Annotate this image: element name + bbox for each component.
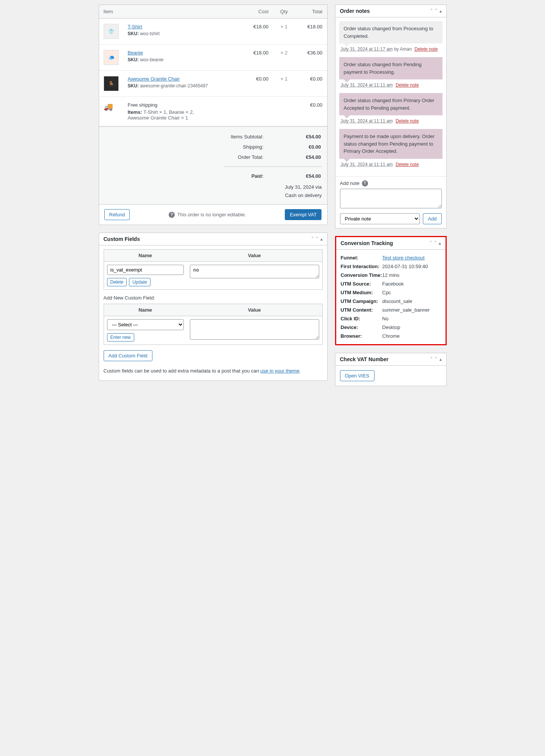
product-link[interactable]: Awesome Granite Chair <box>128 76 180 82</box>
item-qty: × 2 <box>273 45 295 71</box>
col-total: Total <box>295 5 327 19</box>
add-note-button[interactable]: Add <box>423 213 441 224</box>
conversion-key: UTM Campaign: <box>341 298 382 304</box>
note-type-select[interactable]: Private note <box>340 213 420 224</box>
delete-note-link[interactable]: Delete note <box>415 47 438 52</box>
product-sku: SKU: awesome-granite-chair-23465497 <box>128 83 237 88</box>
cf-add-table: Name Value — Select — Enter new <box>104 304 323 345</box>
add-note-label: Add note ? <box>340 180 442 186</box>
shipping-row: 🚚 Free shipping Items: T-Shirt × 1, Bean… <box>99 97 327 126</box>
cf-new-value-input[interactable] <box>190 319 319 340</box>
conversion-row: Device:Desktop <box>341 323 441 332</box>
conversion-value: summer_sale_banner <box>382 307 441 313</box>
note-timestamp: July 31, 2024 at 11:11 am <box>341 162 393 167</box>
cf-update-button[interactable]: Update <box>129 278 151 286</box>
conversion-key: First Interaction: <box>341 264 382 269</box>
move-up-icon[interactable]: ˄ <box>430 9 433 13</box>
cf-delete-button[interactable]: Delete <box>107 278 127 286</box>
cf-value-header: Value <box>187 250 322 262</box>
cf-add-name-header: Name <box>104 304 187 316</box>
cf-enter-new-button[interactable]: Enter new <box>107 333 134 342</box>
order-totals: Items Subtotal:€54.00 Shipping:€0.00 Ord… <box>99 126 327 204</box>
line-item-row: 🧢 Beanie SKU: woo-beanie €18.00 × 2 €36.… <box>99 45 327 71</box>
order-notes-title: Order notes <box>340 8 370 14</box>
product-sku: SKU: woo-beanie <box>128 57 237 62</box>
delete-note-link[interactable]: Delete note <box>396 118 419 124</box>
conversion-key: Browser: <box>341 333 382 339</box>
paid-method: Cash on delivery <box>104 191 322 200</box>
shipping-total: €0.00 <box>295 97 327 126</box>
note-author: by Aman <box>394 47 412 52</box>
conversion-row: Funnel:Test store checkout <box>341 253 441 262</box>
exempt-vat-button[interactable]: Exempt VAT <box>285 209 321 220</box>
conversion-value: Facebook <box>382 281 441 287</box>
order-total-label: Order Total: <box>105 152 286 162</box>
move-up-icon[interactable]: ˄ <box>430 241 432 245</box>
paid-date: July 31, 2024 via <box>104 183 322 191</box>
note-text: Order status changed from Primary Order … <box>339 93 443 115</box>
toggle-panel-icon[interactable]: ▴ <box>439 9 442 13</box>
no-edit-text: This order is no longer editable. <box>177 212 246 217</box>
move-up-icon[interactable]: ˄ <box>311 237 314 241</box>
shipping-name: Free shipping <box>128 102 237 108</box>
conversion-row: First Interaction:2024-07-31 10:59:40 <box>341 262 441 271</box>
move-down-icon[interactable]: ˅ <box>434 241 436 245</box>
toggle-panel-icon[interactable]: ▴ <box>439 357 442 362</box>
subtotal-label: Items Subtotal: <box>105 132 286 141</box>
move-down-icon[interactable]: ˅ <box>316 237 318 241</box>
product-link[interactable]: T-Shirt <box>128 24 142 29</box>
conversion-title: Conversion Tracking <box>341 240 393 246</box>
funnel-link[interactable]: Test store checkout <box>382 255 425 261</box>
product-thumb: 👕 <box>104 24 119 39</box>
col-cost: Cost <box>241 5 273 19</box>
toggle-panel-icon[interactable]: ▴ <box>320 237 323 241</box>
note-timestamp: July 31, 2024 at 11:11 am <box>341 82 393 88</box>
item-qty: × 1 <box>273 19 295 45</box>
delete-note-link[interactable]: Delete note <box>396 82 419 88</box>
paid-label: Paid: <box>105 171 286 181</box>
move-down-icon[interactable]: ˅ <box>435 9 437 13</box>
refund-button[interactable]: Refund <box>104 209 130 220</box>
conversion-value: 2024-07-31 10:59:40 <box>382 264 441 269</box>
delete-note-link[interactable]: Delete note <box>396 162 419 167</box>
item-total: €36.00 <box>295 45 327 71</box>
conversion-row: UTM Campaign:discount_sale <box>341 297 441 306</box>
conversion-key: UTM Content: <box>341 307 382 313</box>
conversion-value: Test store checkout <box>382 255 441 261</box>
order-note: Payment to be made upon delivery. Order … <box>339 129 443 167</box>
custom-fields-table: Name Value Delete Update <box>104 249 323 290</box>
check-vat-panel: Check VAT Number ˄ ˅ ▴ Open VIES <box>335 353 447 386</box>
conversion-value: Cpc <box>382 290 441 295</box>
cf-name-select[interactable]: — Select — <box>107 319 184 330</box>
product-thumb: 🪑 <box>104 76 119 91</box>
custom-fields-panel: Custom Fields ˄ ˅ ▴ Name Value <box>99 233 328 381</box>
col-qty: Qty <box>273 5 295 19</box>
line-item-row: 🪑 Awesome Granite Chair SKU: awesome-gra… <box>99 71 327 97</box>
item-cost: €18.00 <box>241 19 273 45</box>
order-note: Order status changed from Pending paymen… <box>339 57 443 88</box>
item-cost: €18.00 <box>241 45 273 71</box>
add-custom-field-button[interactable]: Add Custom Field <box>104 350 152 361</box>
note-textarea[interactable] <box>340 189 442 208</box>
cf-hint-link[interactable]: use in your theme <box>260 368 299 374</box>
product-thumb: 🧢 <box>104 50 119 65</box>
note-timestamp: July 31, 2024 at 11:11 am <box>341 118 393 124</box>
cf-name-header: Name <box>104 250 187 262</box>
cf-hint: Custom fields can be used to add extra m… <box>104 367 323 375</box>
order-notes-panel: Order notes ˄ ˅ ▴ Order status changed f… <box>335 5 447 228</box>
order-items-panel: Item Cost Qty Total 👕 T-Shirt SKU: woo-t… <box>99 5 328 225</box>
conversion-value: Chrome <box>382 333 441 339</box>
cf-value-input[interactable] <box>190 265 319 278</box>
cf-name-input[interactable] <box>107 265 184 275</box>
note-timestamp: July 31, 2024 at 11:17 am <box>341 47 393 52</box>
conversion-tracking-panel: Conversion Tracking ˄ ˅ ▴ Funnel:Test st… <box>335 236 447 345</box>
toggle-panel-icon[interactable]: ▴ <box>439 241 441 245</box>
open-vies-button[interactable]: Open VIES <box>340 370 374 381</box>
conversion-key: UTM Source: <box>341 281 382 287</box>
move-up-icon[interactable]: ˄ <box>430 357 433 362</box>
shipping-items: Items: T-Shirt × 1, Beanie × 2, Awesome … <box>128 109 196 121</box>
note-text: Order status changed from Pending paymen… <box>339 57 443 79</box>
conversion-value: 12 mins <box>382 272 441 278</box>
product-link[interactable]: Beanie <box>128 50 143 56</box>
move-down-icon[interactable]: ˅ <box>435 357 437 362</box>
